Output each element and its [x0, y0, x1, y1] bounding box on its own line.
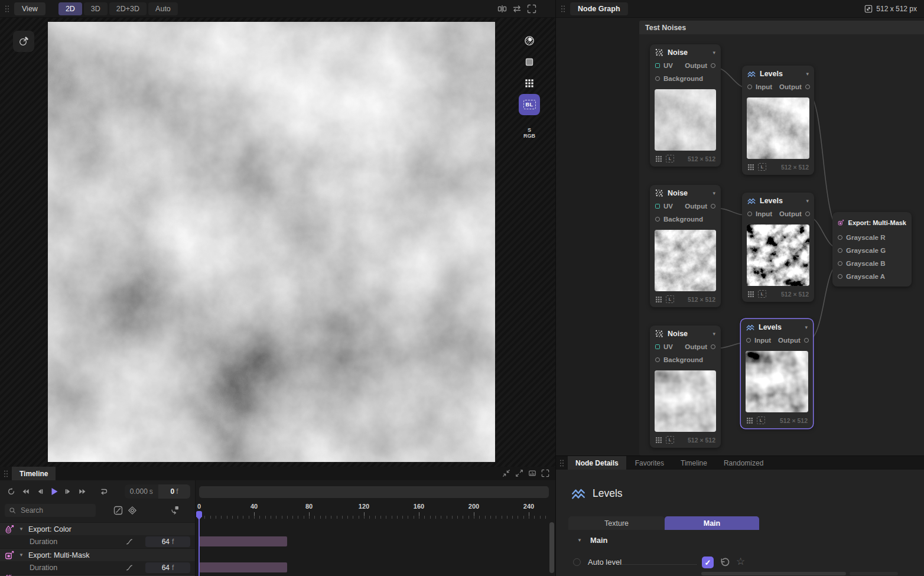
tab-favorites[interactable]: Favorites	[627, 456, 672, 470]
node-graph-canvas[interactable]: Test Noises Noise ▾	[556, 18, 924, 455]
node-preview[interactable]	[655, 370, 716, 432]
texture-preview-2d[interactable]	[48, 22, 495, 462]
track-export-color[interactable]: ▼ Export: Color	[0, 522, 195, 535]
tab-3d[interactable]: 3D	[84, 2, 108, 15]
reset-param-icon[interactable]	[720, 557, 730, 568]
tiling-icon[interactable]	[746, 417, 753, 424]
fast-forward-button[interactable]	[77, 485, 89, 499]
background-toggle[interactable]	[519, 51, 540, 73]
port-uv[interactable]	[655, 63, 660, 68]
srgb-toggle[interactable]: S RGB	[519, 122, 540, 144]
compare-view-icon[interactable]	[497, 4, 507, 14]
next-frame-button[interactable]	[62, 485, 74, 499]
linear-badge[interactable]: L	[666, 155, 674, 162]
linear-badge[interactable]: L	[666, 295, 674, 303]
tab-node-details[interactable]: Node Details	[568, 456, 626, 470]
duration-value-field[interactable]: 64f	[145, 536, 190, 547]
tab-2d[interactable]: 2D	[58, 2, 82, 15]
port-uv[interactable]	[655, 204, 660, 209]
tab-node-graph[interactable]: Node Graph	[570, 2, 628, 15]
chevron-down-icon[interactable]: ▾	[806, 71, 809, 77]
node-preview[interactable]	[747, 97, 809, 159]
section-main[interactable]: ▼ Main	[577, 536, 608, 545]
node-preview[interactable]	[746, 351, 808, 412]
tab-timeline[interactable]: Timeline	[673, 456, 715, 470]
swap-views-icon[interactable]	[512, 4, 522, 14]
collapse-triangle-icon[interactable]: ▼	[19, 552, 24, 558]
tiling-icon[interactable]	[747, 164, 754, 171]
linear-badge[interactable]: L	[758, 290, 766, 298]
linear-badge[interactable]: L	[757, 416, 765, 424]
noise-node-1[interactable]: Noise ▾ UV Output Background	[650, 44, 721, 167]
expand-panel-icon[interactable]	[515, 469, 523, 477]
fullscreen-icon[interactable]	[527, 4, 536, 14]
drag-handle-icon[interactable]	[5, 5, 9, 13]
subtab-texture[interactable]: Texture	[568, 516, 665, 530]
keyframe-radio[interactable]	[573, 558, 581, 566]
port-grayscale-a[interactable]	[838, 274, 842, 279]
port-output[interactable]	[711, 344, 715, 349]
chevron-down-icon[interactable]: ▾	[712, 50, 715, 56]
linear-badge[interactable]: L	[666, 436, 674, 444]
tiling-toggle[interactable]	[519, 73, 540, 94]
fullscreen-icon[interactable]	[541, 469, 549, 477]
port-input[interactable]	[747, 84, 752, 89]
tiling-icon[interactable]	[655, 296, 662, 303]
add-marker-icon[interactable]	[170, 506, 180, 515]
node-preview[interactable]	[747, 224, 809, 286]
time-frames-field[interactable]: 0f	[158, 484, 190, 499]
collapse-triangle-icon[interactable]: ▼	[19, 526, 24, 532]
port-grayscale-g[interactable]	[838, 248, 842, 253]
port-output[interactable]	[805, 84, 810, 89]
tab-2d3d[interactable]: 2D+3D	[109, 2, 147, 15]
view-menu-button[interactable]: View	[14, 2, 45, 15]
tab-auto[interactable]: Auto	[148, 2, 178, 15]
duration-value-field[interactable]: 64f	[145, 562, 190, 573]
port-input[interactable]	[747, 211, 752, 216]
keyframe-icon[interactable]	[128, 506, 137, 515]
noise-node-3[interactable]: Noise ▾ UV Output Background	[650, 326, 721, 448]
drag-handle-icon[interactable]	[559, 459, 564, 467]
chevron-down-icon[interactable]: ▾	[805, 324, 808, 330]
tab-randomized[interactable]: Randomized	[716, 456, 771, 470]
timeline-vertical-scrollbar[interactable]	[549, 522, 554, 574]
details-horizontal-scrollbar[interactable]	[701, 572, 846, 575]
drag-handle-icon[interactable]	[4, 470, 8, 478]
timeline-zoom-scrollbar[interactable]	[199, 486, 549, 498]
track-search[interactable]	[5, 504, 96, 517]
noise-preview-toggle[interactable]	[519, 30, 540, 51]
rewind-button[interactable]	[19, 485, 31, 499]
search-input[interactable]	[19, 506, 84, 515]
color-picker-button[interactable]	[13, 31, 34, 52]
subtab-main[interactable]: Main	[665, 516, 759, 530]
scrollbar-thumb[interactable]	[549, 522, 554, 573]
play-button[interactable]	[48, 485, 60, 499]
favorite-star-icon[interactable]: ☆	[736, 555, 745, 568]
port-background[interactable]	[655, 76, 660, 81]
chevron-down-icon[interactable]: ▾	[806, 198, 809, 204]
bilinear-filter-toggle[interactable]: BL	[519, 94, 540, 115]
curve-editor-icon[interactable]	[113, 506, 123, 515]
port-input[interactable]	[746, 338, 751, 343]
tiling-icon[interactable]	[655, 155, 662, 162]
fit-view-icon[interactable]	[528, 469, 536, 477]
port-grayscale-r[interactable]	[838, 235, 842, 240]
interpolation-curve-icon[interactable]	[125, 564, 134, 572]
time-seconds-field[interactable]: 0.000s	[125, 484, 159, 499]
interpolation-curve-icon[interactable]	[125, 538, 134, 546]
collapse-panel-icon[interactable]	[502, 469, 510, 477]
node-preview[interactable]	[655, 230, 716, 291]
duration-bar-export-color[interactable]	[199, 536, 287, 546]
node-preview[interactable]	[655, 89, 716, 151]
2d-canvas[interactable]: BL S RGB	[0, 18, 555, 467]
chevron-down-icon[interactable]: ▾	[712, 190, 715, 196]
chevron-down-icon[interactable]: ▾	[712, 331, 715, 337]
duration-bar-export-multi-mask[interactable]	[199, 562, 287, 572]
linear-badge[interactable]: L	[758, 163, 766, 171]
noise-node-2[interactable]: Noise ▾ UV Output Background	[650, 185, 721, 307]
port-output[interactable]	[711, 204, 715, 209]
port-output[interactable]	[711, 63, 715, 68]
port-background[interactable]	[655, 357, 660, 362]
levels-node-1[interactable]: Levels ▾ Input Output L 512 × 512	[742, 66, 814, 175]
port-grayscale-b[interactable]	[838, 261, 842, 266]
